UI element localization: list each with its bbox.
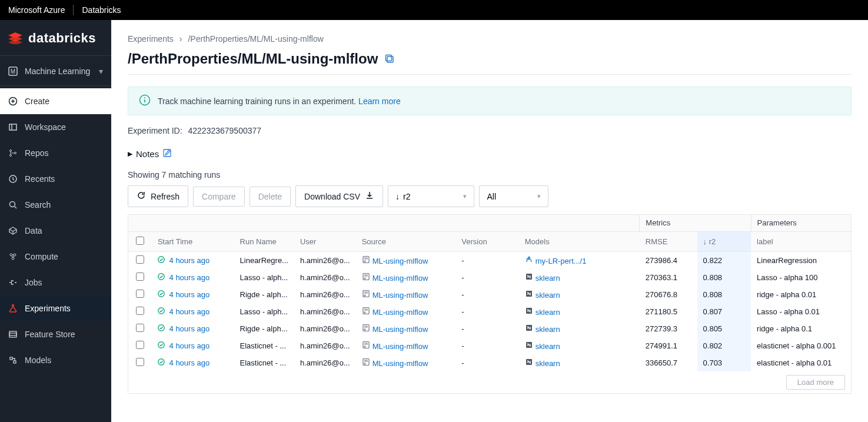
run-start-link[interactable]: 4 hours ago xyxy=(169,290,210,299)
col-r2[interactable]: ↓ r2 xyxy=(697,231,751,251)
crumb-root[interactable]: Experiments xyxy=(128,34,174,44)
svg-point-16 xyxy=(12,257,14,260)
run-name: LinearRegre... xyxy=(234,251,294,269)
model-link[interactable]: sklearn xyxy=(536,342,560,351)
col-models[interactable]: Models xyxy=(519,231,640,251)
col-label[interactable]: label xyxy=(751,231,851,251)
sidebar-item-compute[interactable]: Compute xyxy=(0,244,111,270)
compare-button[interactable]: Compare xyxy=(193,187,245,207)
model-link[interactable]: sklearn xyxy=(536,308,560,317)
col-run[interactable]: Run Name xyxy=(234,231,294,251)
source-link[interactable]: ML-using-mlflow xyxy=(373,325,428,334)
sidebar-item-search[interactable]: Search xyxy=(0,192,111,218)
param-label: Lasso - alpha 100 xyxy=(751,269,851,286)
sidebar-item-label: Experiments xyxy=(25,304,71,313)
table-row[interactable]: 4 hours agoLinearRegre...h.amin26@o...ML… xyxy=(128,251,851,269)
sidebar-item-models[interactable]: Models xyxy=(0,347,111,373)
metric-rmse: 270676.8 xyxy=(640,286,697,303)
table-row[interactable]: 4 hours agoRigde - alph...h.amin26@o...M… xyxy=(128,286,851,303)
refresh-button[interactable]: Refresh xyxy=(128,185,188,207)
topbar-right[interactable]: Databricks xyxy=(82,5,121,15)
edit-icon[interactable] xyxy=(162,148,172,160)
notes-toggle[interactable]: ▶ Notes xyxy=(128,148,852,160)
svg-rect-23 xyxy=(386,55,392,61)
run-start-link[interactable]: 4 hours ago xyxy=(169,341,210,350)
table-row[interactable]: 4 hours agoRigde - alph...h.amin26@o...M… xyxy=(128,320,851,337)
sort-desc-icon: ↓ xyxy=(703,237,707,246)
row-checkbox[interactable] xyxy=(136,358,144,366)
load-more-button[interactable]: Load more xyxy=(786,375,845,390)
notes-label: Notes xyxy=(136,149,159,159)
sidebar-item-jobs[interactable]: Jobs xyxy=(0,270,111,295)
row-checkbox[interactable] xyxy=(136,255,144,264)
run-start-link[interactable]: 4 hours ago xyxy=(169,324,210,333)
source-link[interactable]: ML-using-mlflow xyxy=(373,359,428,368)
compute-icon xyxy=(8,252,18,261)
row-checkbox[interactable] xyxy=(136,341,144,349)
sidebar-item-featurestore[interactable]: Feature Store xyxy=(0,321,111,347)
model-link[interactable]: my-LR-pert.../1 xyxy=(536,257,587,265)
table-row[interactable]: 4 hours agoLasso - alph...h.amin26@o...M… xyxy=(128,269,851,286)
col-start[interactable]: Start Time xyxy=(152,231,234,251)
sidebar-item-repos[interactable]: Repos xyxy=(0,140,111,166)
run-start-link[interactable]: 4 hours ago xyxy=(169,273,210,282)
runs-table: Metrics Parameters Start Time Run Name U… xyxy=(128,214,852,394)
sidebar-item-recents[interactable]: Recents xyxy=(0,166,111,192)
model-icon xyxy=(525,325,533,334)
run-user: h.amin26@o... xyxy=(294,337,356,354)
delete-button[interactable]: Delete xyxy=(250,187,291,207)
sidebar-item-label: Compute xyxy=(25,252,58,261)
table-row[interactable]: 4 hours agoElasticnet - ...h.amin26@o...… xyxy=(128,337,851,354)
sidebar-item-workspace[interactable]: Workspace xyxy=(0,114,111,140)
learn-more-link[interactable]: Learn more xyxy=(358,97,401,106)
filter-select[interactable]: All ▾ xyxy=(479,185,548,207)
source-link[interactable]: ML-using-mlflow xyxy=(373,308,428,317)
sidebar-item-experiments[interactable]: Experiments xyxy=(0,295,111,321)
run-start-link[interactable]: 4 hours ago xyxy=(169,358,210,367)
row-checkbox[interactable] xyxy=(136,307,144,315)
notebook-icon xyxy=(362,274,370,283)
search-icon xyxy=(8,200,18,210)
model-link[interactable]: sklearn xyxy=(536,291,560,300)
feature-icon xyxy=(8,330,18,339)
model-icon xyxy=(525,308,533,317)
databricks-logo-icon xyxy=(8,32,22,44)
model-link[interactable]: sklearn xyxy=(536,325,560,334)
col-source[interactable]: Source xyxy=(356,231,456,251)
col-user[interactable]: User xyxy=(294,231,356,251)
sidebar-item-label: Create xyxy=(25,97,49,106)
notebook-icon xyxy=(362,342,370,351)
sidebar-item-label: Models xyxy=(25,355,51,365)
sort-select[interactable]: ↓ r2 ▾ xyxy=(388,185,474,207)
col-version[interactable]: Version xyxy=(455,231,518,251)
download-csv-button[interactable]: Download CSV xyxy=(295,185,383,207)
source-link[interactable]: ML-using-mlflow xyxy=(373,257,428,265)
sidebar-item-data[interactable]: Data xyxy=(0,218,111,244)
param-label: ridge - alpha 0.1 xyxy=(751,320,851,337)
col-rmse[interactable]: RMSE xyxy=(640,231,697,251)
copy-path-button[interactable] xyxy=(384,53,395,65)
run-version: - xyxy=(455,354,518,371)
run-start-link[interactable]: 4 hours ago xyxy=(169,307,210,316)
row-checkbox[interactable] xyxy=(136,290,144,298)
source-link[interactable]: ML-using-mlflow xyxy=(373,274,428,283)
param-label: ridge - alpha 0.01 xyxy=(751,286,851,303)
select-all-checkbox[interactable] xyxy=(136,237,144,245)
model-link[interactable]: sklearn xyxy=(536,359,560,368)
table-row[interactable]: 4 hours agoElasticnet - ...h.amin26@o...… xyxy=(128,354,851,371)
row-checkbox[interactable] xyxy=(136,273,144,281)
model-link[interactable]: sklearn xyxy=(536,274,560,283)
status-ok-icon xyxy=(158,290,165,299)
table-row[interactable]: 4 hours agoLasso - alph...h.amin26@o...M… xyxy=(128,303,851,320)
row-checkbox[interactable] xyxy=(136,324,144,332)
run-start-link[interactable]: 4 hours ago xyxy=(169,256,210,265)
brand[interactable]: databricks xyxy=(0,27,111,54)
run-user: h.amin26@o... xyxy=(294,251,356,269)
source-link[interactable]: ML-using-mlflow xyxy=(373,342,428,351)
source-link[interactable]: ML-using-mlflow xyxy=(373,291,428,300)
persona-switcher[interactable]: M Machine Learning ▾ xyxy=(0,58,111,84)
banner-text: Track machine learning training runs in … xyxy=(158,97,401,106)
topbar-left[interactable]: Microsoft Azure xyxy=(8,5,65,15)
sidebar-item-create[interactable]: Create xyxy=(0,88,111,114)
plus-circle-icon xyxy=(8,97,18,106)
